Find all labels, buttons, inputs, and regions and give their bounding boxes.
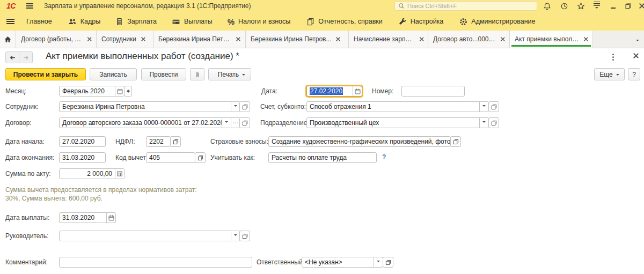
tab-close-icon[interactable]: [336, 37, 340, 41]
dropdown-icon[interactable]: [479, 118, 488, 128]
number-field[interactable]: [401, 86, 465, 97]
home-tab[interactable]: [0, 31, 16, 48]
reports-icon: [306, 18, 314, 26]
tab-close-icon[interactable]: [87, 37, 91, 41]
open-contract-icon[interactable]: [239, 117, 250, 128]
tab-salary-accrual[interactable]: Начисление зарплаты и в...: [349, 31, 428, 48]
post-button[interactable]: Провести: [141, 68, 186, 80]
menu-item-reports[interactable]: Отчетность, справки: [306, 18, 383, 26]
favorites-star-icon[interactable]: [576, 2, 586, 10]
dropdown-icon[interactable]: [231, 102, 240, 112]
sections-panel: Главное Кадры Зарплата Выплаты % Налоги …: [0, 12, 644, 31]
paperclip-icon: [194, 70, 201, 79]
form-close-icon[interactable]: [633, 53, 639, 58]
attach-file-button[interactable]: [190, 68, 204, 80]
account-as-field[interactable]: Расчеты по оплате труда: [268, 152, 377, 163]
menu-item-taxes[interactable]: % Налоги и взносы: [228, 17, 291, 26]
menu-item-main[interactable]: Главное: [26, 18, 52, 25]
tab-employees[interactable]: Сотрудники: [97, 31, 153, 48]
menu-item-payments[interactable]: Выплаты: [172, 18, 213, 26]
wrench-icon: [399, 18, 407, 26]
hamburger-menu-icon[interactable]: [26, 3, 33, 9]
tab-close-icon[interactable]: [501, 37, 504, 41]
tab-acceptance-act[interactable]: Акт приемки выполненны...: [510, 31, 593, 48]
calculator-icon[interactable]: [115, 169, 124, 179]
dropdown-icon[interactable]: [231, 231, 240, 241]
account-as-label: Учитывать как:: [210, 152, 255, 163]
start-date-field[interactable]: 27.02.2020: [59, 136, 106, 147]
forward-button[interactable]: [19, 51, 33, 63]
restore-button[interactable]: [623, 2, 633, 10]
deduction-code-field[interactable]: 405: [146, 152, 195, 163]
tab-close-icon[interactable]: [419, 37, 422, 41]
open-insurance-icon[interactable]: [450, 136, 461, 147]
end-date-field[interactable]: 31.03.2020: [59, 152, 106, 163]
tab-berezkina-2[interactable]: Березкина Ирина Петров...: [246, 31, 349, 48]
calendar-icon[interactable]: [115, 86, 124, 96]
tab-berezkina-1[interactable]: Березкина Ирина Петров...: [153, 31, 246, 48]
month-stepper[interactable]: [124, 86, 132, 97]
step-down-icon[interactable]: [127, 91, 130, 94]
open-ndfl-icon[interactable]: [170, 136, 181, 147]
arrow-left-icon: [9, 54, 17, 61]
pay-date-field[interactable]: 31.03.2020: [59, 212, 116, 223]
comment-label: Комментарий:: [5, 257, 48, 268]
date-field[interactable]: 27.02.2020: [306, 86, 362, 97]
service-menu-icon[interactable]: [592, 2, 602, 10]
minimize-button[interactable]: [608, 2, 618, 10]
menu-item-administration[interactable]: Администрирование: [459, 18, 535, 26]
calendar-icon[interactable]: [353, 86, 362, 96]
print-button[interactable]: Печать: [208, 68, 251, 80]
department-field[interactable]: Производственный цех: [306, 117, 489, 128]
calendar-icon[interactable]: [106, 213, 115, 223]
notifications-bell-icon[interactable]: [542, 2, 552, 10]
back-button[interactable]: [5, 51, 19, 63]
dropdown-icon[interactable]: [374, 257, 383, 267]
home-icon: [4, 35, 12, 43]
write-button[interactable]: Записать: [90, 68, 137, 80]
end-date-label: Дата окончания:: [5, 152, 54, 163]
search-placeholder: Поиск Ctrl+Shift+F: [407, 3, 457, 9]
history-icon[interactable]: [559, 2, 569, 10]
date-label: Дата:: [261, 86, 277, 97]
open-deduction-code-icon[interactable]: [195, 152, 206, 163]
ndfl-field[interactable]: 2202: [146, 136, 171, 147]
ellipsis-icon[interactable]: …: [231, 118, 240, 128]
functions-menu-icon[interactable]: [6, 19, 14, 24]
menu-item-salary[interactable]: Зарплата: [115, 18, 157, 26]
tab-close-icon[interactable]: [236, 37, 240, 41]
tab-close-icon[interactable]: [141, 37, 145, 41]
tab-close-icon[interactable]: [584, 37, 587, 41]
responsible-field[interactable]: <Не указан>: [302, 257, 383, 268]
menu-item-settings[interactable]: Настройка: [399, 18, 444, 26]
help-button[interactable]: ?: [628, 68, 640, 80]
dropdown-icon[interactable]: [222, 118, 231, 128]
comment-field[interactable]: [59, 257, 252, 268]
employee-field[interactable]: Березкина Ирина Петровна: [59, 101, 240, 112]
global-search-input[interactable]: Поиск Ctrl+Shift+F: [394, 1, 537, 11]
window-close-button[interactable]: [637, 2, 644, 10]
more-button[interactable]: Еще: [594, 68, 625, 80]
dropdown-icon[interactable]: [479, 102, 488, 112]
contract-field[interactable]: Договор авторского заказа 0000-000001 от…: [59, 117, 240, 128]
manager-field[interactable]: [59, 231, 240, 241]
tab-overflow-icon[interactable]: [636, 40, 639, 43]
amount-field[interactable]: 2 000,00: [59, 168, 125, 179]
month-field[interactable]: Февраль 2020: [59, 86, 125, 97]
start-date-label: Дата начала:: [5, 136, 45, 147]
open-employee-icon[interactable]: [239, 101, 250, 112]
acceptance-act-form: Акт приемки выполненных работ (создание)…: [0, 48, 644, 274]
open-department-icon[interactable]: [488, 117, 499, 128]
tab-author-contract[interactable]: Договор авто...0000-000001: [428, 31, 510, 48]
menu-item-personnel[interactable]: Кадры: [68, 18, 100, 26]
form-more-icon[interactable]: [612, 53, 614, 62]
printer-icon: [214, 70, 215, 78]
post-and-close-button[interactable]: Провести и закрыть: [5, 68, 86, 80]
tab-contract-works[interactable]: Договор (работы, услуги)...: [16, 31, 97, 48]
open-manager-icon[interactable]: [239, 231, 250, 241]
insurance-field[interactable]: Создание художественно-графических произ…: [268, 136, 451, 147]
help-link[interactable]: ?: [382, 153, 386, 161]
account-field[interactable]: Способ отражения 1: [306, 101, 489, 112]
open-account-icon[interactable]: [488, 101, 499, 112]
open-responsible-icon[interactable]: [383, 257, 393, 268]
